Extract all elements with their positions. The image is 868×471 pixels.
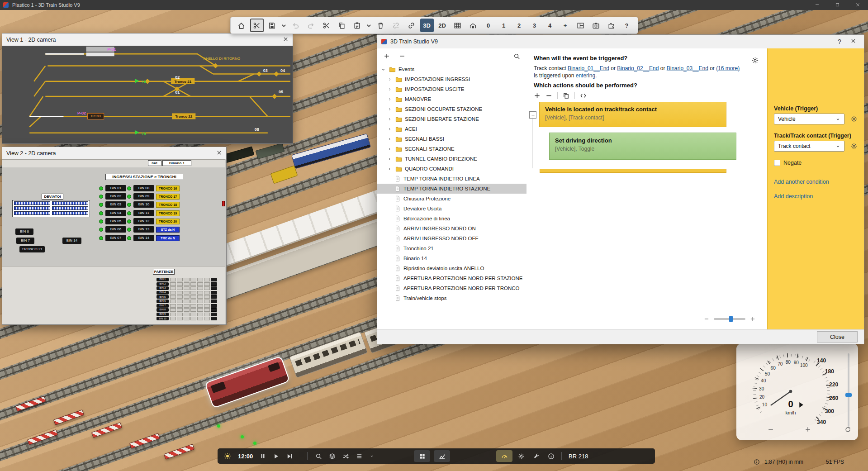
vehicle-settings-icon[interactable] [850,115,858,123]
tree-folder[interactable]: SEGNALI STAZIONE [377,144,526,154]
home-button[interactable] [235,19,248,32]
tree-item[interactable]: Deviatore Uscita [377,204,526,214]
speed-slider[interactable] [848,353,849,427]
code-view-icon[interactable] [580,92,587,99]
camera-views-button[interactable] [414,450,430,462]
speed-decrease-button[interactable] [766,425,775,434]
collapse-icon[interactable] [387,97,393,102]
table-view-button[interactable] [451,19,465,32]
tree-item[interactable]: Chiusura Protezione [377,194,526,204]
negate-checkbox[interactable]: Negate [774,160,802,166]
tree-root-events[interactable]: Events [377,64,526,74]
bin-button[interactable]: BIN 12 [133,218,154,224]
bin-button[interactable]: BIN 11 [133,210,154,216]
trigger-contact-link[interactable]: Binario_02__End [617,65,659,71]
pause-button[interactable] [260,453,266,459]
zoom-out-icon[interactable] [704,316,709,322]
maintenance-vehicle[interactable] [270,166,298,184]
chevron-down-icon[interactable] [370,454,374,458]
tree-folder[interactable]: IMPOSTAZIONE USCITE [377,84,526,94]
dialog-titlebar[interactable]: 3D Train Studio V9 ? [377,35,864,49]
remove-event-icon[interactable] [399,53,405,59]
collapse-icon[interactable] [387,87,393,92]
selected-train-label[interactable]: BR 218 [569,448,588,464]
vehicle-trigger-select[interactable]: Vehicle [774,114,844,124]
zoom-in-icon[interactable] [750,316,755,322]
search-icon[interactable] [513,53,520,60]
bin-button[interactable]: BIN 14 [62,238,81,244]
collapse-icon[interactable] [387,167,393,171]
track-settings-icon[interactable] [850,143,858,150]
tree-folder[interactable]: TUNNEL CAMBIO DIREZIONE [377,154,526,164]
bin-button[interactable]: BIN 04 [105,210,126,216]
scale-info-icon[interactable] [754,459,760,465]
tree-item[interactable]: APERTURA PROTEZIONE NORD PER STAZIONE [377,273,526,283]
bin-button[interactable]: BIN 10 [133,201,154,208]
trigger-entering-link[interactable]: entering [576,72,595,79]
trigger-settings-icon[interactable] [751,57,759,64]
tree-item[interactable]: Binario 14 [377,253,526,263]
speed-slider-handle[interactable] [845,393,852,397]
delete-button[interactable] [374,19,388,32]
tree-item[interactable]: ARRIVI INGRESSO NORD ON [377,224,526,233]
tree-item[interactable]: Tronchino 21 [377,243,526,253]
layers-button[interactable] [329,453,336,460]
list-button[interactable] [356,453,363,460]
search-button[interactable] [315,453,322,460]
collapsed-action-bar[interactable] [540,169,726,173]
tree-folder[interactable]: SEZIONI OCCUPATE STAZIONE [377,104,526,114]
layer-4-button[interactable]: 4 [543,19,557,32]
plugins-button[interactable] [605,19,618,32]
redo-button[interactable] [304,19,318,32]
screenshot-button[interactable] [589,19,603,32]
checkbox-box[interactable] [774,160,780,166]
bin-button[interactable]: BIN 02 [105,193,126,200]
copy-action-icon[interactable] [563,92,569,99]
layer-add-button[interactable]: + [559,19,572,32]
add-action-icon[interactable] [534,92,541,99]
trigger-contact-link[interactable]: Binario_01__End [568,65,609,71]
collapse-icon[interactable] [387,157,393,162]
info-button[interactable] [548,448,555,464]
tree-folder[interactable]: IMPOSTAZIONE INGRESSI [377,74,526,84]
view1-titlebar[interactable]: View 1 - 2D camera [2,33,293,46]
add-description-link[interactable]: Add description [774,193,813,200]
trigger-more-link[interactable]: (16 more) [716,65,740,71]
speed-increase-button[interactable] [803,425,812,434]
bin-button[interactable]: BIN 13 [133,226,154,233]
daytime-icon[interactable] [224,452,231,460]
play-button[interactable] [273,453,280,460]
track-tool-button[interactable] [250,19,264,32]
unlink-button[interactable] [389,19,403,32]
maximize-button[interactable] [827,0,848,10]
tree-folder[interactable]: SEGNALI BASSI [377,134,526,144]
station-view-button[interactable] [466,19,480,32]
dialog-help-button[interactable]: ? [833,35,846,48]
zoom-slider-handle[interactable] [729,316,733,322]
action-block[interactable]: Set driving direction [Vehicle], Toggle [549,133,736,160]
close-button[interactable]: Close [817,331,858,343]
tree-folder[interactable]: ACEI [377,124,526,134]
tronco-button[interactable]: TRONCO 21 [19,246,45,252]
tree-folder[interactable]: MANOVRE [377,94,526,104]
layer-1-button[interactable]: 1 [497,19,511,32]
bin-button[interactable]: BIN 05 [105,218,126,224]
copy-button[interactable] [335,19,349,32]
layer-2-button[interactable]: 2 [512,19,526,32]
settings-button[interactable] [518,448,525,464]
tree-item[interactable]: TEMP TORNA INDIETRO STAZIONE [377,184,526,194]
speed-gauge-button[interactable] [496,450,512,462]
view2-titlebar[interactable]: View 2 - 2D camera [2,147,226,159]
zoom-slider[interactable] [714,318,745,320]
dialog-close-button[interactable] [846,35,860,48]
shuffle-button[interactable] [342,453,349,460]
tree-item[interactable]: TEMP TORNA INDIETRO LINEA [377,174,526,184]
tree-item[interactable]: Ripristino deviatoio uscita ANELLO [377,263,526,273]
add-event-icon[interactable] [384,53,390,59]
collapse-condition-button[interactable] [529,111,536,119]
bin-button[interactable]: BIN 08 [133,185,154,191]
expand-icon[interactable] [381,67,386,72]
link-button[interactable] [405,19,418,32]
tree-folder[interactable]: SEZIONI LIBERATE STAZIONE [377,114,526,124]
collapse-icon[interactable] [387,77,393,82]
